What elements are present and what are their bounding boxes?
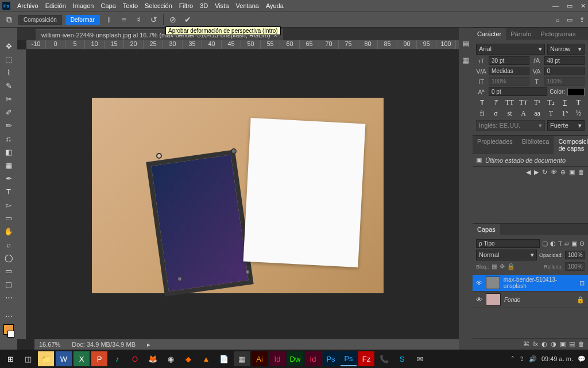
frac-button[interactable]: ½ [574, 109, 583, 118]
allcaps-button[interactable]: TT [505, 98, 514, 107]
firefox-icon[interactable]: 🦊 [145, 351, 161, 366]
tab-composiciones[interactable]: Composiciones de capas [554, 136, 588, 154]
status-expand-icon[interactable]: ▸ [147, 341, 150, 348]
link-layers-icon[interactable]: ⌘ [523, 340, 529, 348]
fi-lig-button[interactable]: fi [478, 109, 487, 118]
usb-icon[interactable]: ⇪ [519, 355, 524, 363]
illustrator-icon[interactable]: Ai [252, 351, 268, 366]
taskview-button[interactable]: ◫ [20, 351, 36, 366]
rrect-tool[interactable]: ▢ [2, 278, 15, 290]
chrome-icon[interactable]: ◉ [163, 351, 179, 366]
mask-icon[interactable]: ◐ [541, 340, 547, 348]
ellipse-tool[interactable]: ◯ [2, 252, 15, 263]
filter-shape-icon[interactable]: ▱ [564, 240, 569, 247]
new-layer-icon[interactable]: ▤ [569, 340, 575, 348]
text-color-swatch[interactable] [567, 88, 585, 96]
menu-capa[interactable]: Capa [100, 2, 115, 9]
menu-texto[interactable]: Texto [123, 2, 138, 9]
comp-delete-icon[interactable]: 🗑 [578, 168, 585, 176]
bold-button[interactable]: T [478, 98, 487, 107]
font-family-select[interactable]: Arial▾ [476, 44, 545, 55]
workspace-icon[interactable]: ▭ [567, 16, 572, 24]
align-vert-icon[interactable]: ⦀ [103, 14, 115, 25]
history-panel-icon[interactable]: ▤ [462, 39, 469, 48]
brush-tool[interactable]: ✏ [2, 120, 15, 131]
search-icon[interactable]: ⌕ [556, 16, 560, 24]
powerpoint-icon[interactable]: P [91, 351, 107, 366]
leading-input[interactable]: 48 pt [544, 56, 585, 65]
mode-composicion[interactable]: Composición [18, 15, 62, 25]
volume-icon[interactable]: 🔊 [529, 355, 537, 363]
dreamweaver-icon[interactable]: Dw [287, 351, 303, 366]
menu-ventana[interactable]: Ventana [236, 2, 259, 9]
filter-image-icon[interactable]: ▢ [542, 240, 548, 247]
comp-prev-icon[interactable]: ◀ [526, 168, 531, 176]
tab-bibliotecas[interactable]: Biblioteca [517, 136, 554, 154]
italic-button[interactable]: T [492, 98, 501, 107]
filter-smart-icon[interactable]: ▣ [571, 240, 577, 247]
menu-archivo[interactable]: Archivo [17, 2, 38, 9]
layer-name[interactable]: Fondo [504, 297, 520, 303]
skype-icon[interactable]: S [394, 351, 410, 366]
mode-deformar[interactable]: Deformar [65, 15, 100, 25]
ord-button[interactable]: σ [492, 109, 501, 118]
1st-button[interactable]: 1ˢ [560, 109, 570, 118]
type-tool[interactable]: T [2, 186, 15, 197]
rect-tool[interactable]: ▭ [2, 265, 15, 277]
opera-icon[interactable]: O [127, 351, 143, 366]
vscale-input[interactable]: 100% [489, 77, 529, 86]
indesign-icon[interactable]: Id [269, 351, 285, 366]
warp-handle-tl[interactable] [156, 153, 162, 159]
adjustment-icon[interactable]: ◑ [551, 340, 556, 348]
swash-button[interactable]: A [519, 109, 528, 118]
tab-propiedades[interactable]: Propiedades [473, 136, 517, 154]
mail-icon[interactable]: ✉ [412, 351, 428, 366]
blend-mode-select[interactable]: Normal▾ [476, 250, 537, 260]
fill-input[interactable]: 100% [565, 262, 585, 271]
comp-next-icon[interactable]: ▶ [534, 168, 539, 176]
app-icon[interactable]: ♪ [109, 351, 125, 366]
restore-icon[interactable]: ▭ [567, 2, 572, 10]
gradient-tool[interactable]: ▦ [2, 159, 15, 171]
language-select[interactable]: Inglés: EE.UU.▾ [476, 120, 545, 131]
canvas-image[interactable] [92, 98, 384, 293]
comp-position-icon[interactable]: ⊕ [560, 168, 566, 176]
warp-handle-br[interactable] [245, 269, 250, 275]
zoom-level[interactable]: 16.67% [39, 341, 60, 348]
cancel-warp-icon[interactable]: ⊘ [167, 14, 179, 25]
tab-caracter[interactable]: Carácter [473, 28, 506, 40]
app3-icon[interactable]: ▦ [234, 351, 250, 366]
strike-button[interactable]: Ŧ [574, 98, 583, 107]
comp-new-icon[interactable]: ▣ [569, 168, 575, 176]
layer-thumb[interactable] [486, 293, 501, 306]
eraser-tool[interactable]: ◧ [2, 146, 15, 158]
clone-tool[interactable]: ⎌ [2, 133, 15, 144]
tab-parrafo[interactable]: Párrafo [506, 28, 536, 40]
kerning-select[interactable]: Medidas [489, 67, 529, 75]
fx-icon[interactable]: fx [533, 340, 538, 348]
zoom-tool[interactable]: ⌕ [2, 239, 15, 250]
shape-tool[interactable]: ▭ [2, 212, 15, 224]
font-style-select[interactable]: Narrow▾ [547, 44, 585, 55]
layer-name[interactable]: max-bender-510413-unsplash [504, 277, 576, 289]
eyedropper-tool[interactable]: ✐ [2, 106, 15, 118]
ad-button[interactable]: aa [533, 109, 542, 118]
visibility-toggle[interactable]: 👁 [476, 279, 482, 286]
menu-filtro[interactable]: Filtro [179, 2, 193, 9]
crop-tool[interactable]: ✂ [2, 93, 15, 105]
menu-vista[interactable]: Vista [215, 2, 229, 9]
tab-pictogramas[interactable]: Pictogramas [536, 28, 580, 40]
warp-handle-tr[interactable] [231, 148, 237, 154]
titling-button[interactable]: T [547, 109, 556, 118]
warp-handle-bl[interactable] [177, 276, 183, 282]
comp-visibility-icon[interactable]: 👁 [551, 168, 557, 176]
layer-filter-input[interactable]: ρ Tipo [476, 239, 540, 248]
start-button[interactable]: ⊞ [2, 351, 18, 366]
st-button[interactable]: st [505, 109, 514, 118]
align-horiz-icon[interactable]: ≡ [118, 14, 130, 25]
layer-thumb[interactable] [486, 277, 500, 289]
opacity-input[interactable]: 100% [565, 251, 585, 259]
move-tool[interactable]: ✥ [2, 40, 15, 52]
hscale-input[interactable]: 100% [544, 77, 585, 86]
menu-imagen[interactable]: Imagen [73, 2, 94, 9]
